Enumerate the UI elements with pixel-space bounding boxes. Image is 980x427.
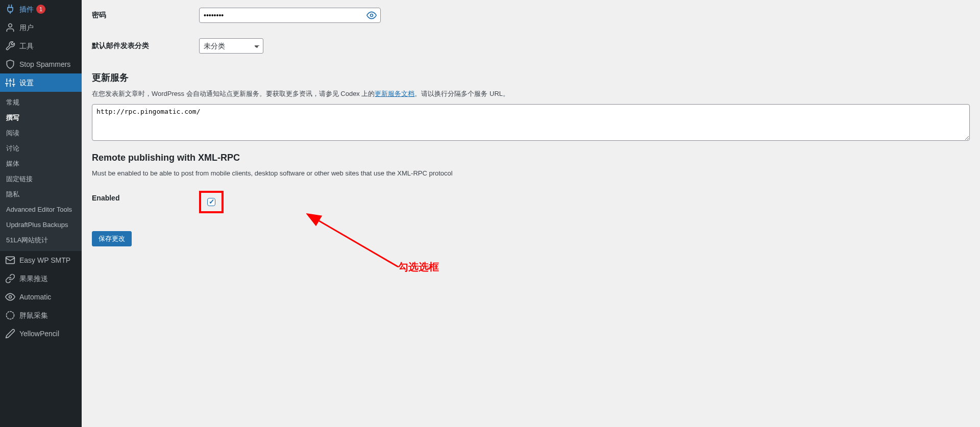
- toggle-password-btn[interactable]: [362, 8, 381, 23]
- update-services-heading: 更新服务: [92, 71, 970, 84]
- enabled-label: Enabled: [92, 183, 194, 221]
- xmlrpc-heading: Remote publishing with XML-RPC: [92, 153, 970, 163]
- svg-point-12: [7, 312, 14, 319]
- submenu-item-51la网站统计[interactable]: 51LA网站统计: [0, 233, 82, 248]
- link-icon: [5, 273, 15, 284]
- svg-point-13: [371, 14, 373, 17]
- admin-sidebar: 插件1用户工具Stop Spammers设置 常规撰写阅读讨论媒体固定链接隐私A…: [0, 0, 82, 427]
- svg-point-0: [9, 24, 12, 28]
- menu-label: Easy WP SMTP: [19, 256, 70, 265]
- menu-item-胖鼠采集[interactable]: 胖鼠采集: [0, 306, 82, 324]
- menu-item-设置[interactable]: 设置: [0, 73, 82, 92]
- svg-line-15: [316, 219, 398, 267]
- sliders-icon: [5, 78, 15, 88]
- update-services-desc: 在您发表新文章时，WordPress 会自动通知站点更新服务。要获取更多资讯，请…: [92, 89, 970, 99]
- plug-icon: [5, 4, 15, 14]
- shield-icon: [5, 59, 15, 69]
- update-services-doc-link[interactable]: 更新服务文档: [375, 90, 414, 97]
- menu-item-easy-wp-smtp[interactable]: Easy WP SMTP: [0, 251, 82, 269]
- form-table: 密码 默认邮件发表分类 未分类: [92, 0, 970, 61]
- submenu-item-隐私[interactable]: 隐私: [0, 187, 82, 202]
- update-badge: 1: [36, 5, 45, 14]
- arrow-annotation-icon: [306, 213, 408, 274]
- submenu-settings: 常规撰写阅读讨论媒体固定链接隐私Advanced Editor ToolsUpd…: [0, 92, 82, 251]
- submenu-item-常规[interactable]: 常规: [0, 95, 82, 110]
- eye-icon: [366, 10, 377, 20]
- eye-icon: [5, 292, 15, 302]
- menu-label: 设置: [19, 78, 34, 87]
- ping-services-textarea[interactable]: [92, 104, 970, 141]
- circle-icon: [5, 310, 15, 320]
- submenu-item-媒体[interactable]: 媒体: [0, 156, 82, 171]
- menu-label: 胖鼠采集: [19, 311, 48, 320]
- menu-label: Stop Spammers: [19, 60, 70, 69]
- submenu-item-撰写[interactable]: 撰写: [0, 110, 82, 125]
- user-icon: [5, 22, 15, 33]
- xmlrpc-desc: Must be enabled to be able to post from …: [92, 168, 970, 179]
- menu-item-stop-spammers[interactable]: Stop Spammers: [0, 55, 82, 73]
- save-button[interactable]: 保存更改: [92, 231, 132, 246]
- menu-label: 用户: [19, 23, 34, 32]
- menu-item-yellowpencil[interactable]: YellowPencil: [0, 324, 82, 343]
- menu-item-automatic[interactable]: Automatic: [0, 288, 82, 306]
- highlight-annotation-box: [199, 191, 224, 213]
- submenu-item-updraftplus-backups[interactable]: UpdraftPlus Backups: [0, 217, 82, 233]
- submenu-item-讨论[interactable]: 讨论: [0, 141, 82, 156]
- main-content: 密码 默认邮件发表分类 未分类: [82, 0, 980, 427]
- svg-point-11: [9, 296, 12, 298]
- menu-label: YellowPencil: [19, 329, 59, 338]
- menu-label: 工具: [19, 41, 34, 51]
- menu-item-果果推送[interactable]: 果果推送: [0, 269, 82, 288]
- submenu-item-固定链接[interactable]: 固定链接: [0, 171, 82, 187]
- pencil-icon: [5, 329, 15, 339]
- submenu-item-阅读[interactable]: 阅读: [0, 125, 82, 141]
- submenu-item-advanced-editor-tools[interactable]: Advanced Editor Tools: [0, 202, 82, 217]
- menu-item-插件[interactable]: 插件1: [0, 0, 82, 18]
- menu-label: 插件: [19, 5, 34, 14]
- menu-item-工具[interactable]: 工具: [0, 37, 82, 55]
- menu-item-用户[interactable]: 用户: [0, 18, 82, 37]
- menu-label: 果果推送: [19, 274, 48, 283]
- password-label: 密码: [92, 0, 194, 31]
- annotation-text: 勾选选框: [398, 260, 439, 274]
- category-label: 默认邮件发表分类: [92, 31, 194, 61]
- category-select[interactable]: 未分类: [199, 38, 263, 54]
- wrench-icon: [5, 41, 15, 51]
- mail-icon: [5, 255, 15, 265]
- xmlrpc-enabled-checkbox[interactable]: [207, 198, 215, 206]
- password-input[interactable]: [199, 8, 381, 23]
- menu-label: Automatic: [19, 292, 51, 302]
